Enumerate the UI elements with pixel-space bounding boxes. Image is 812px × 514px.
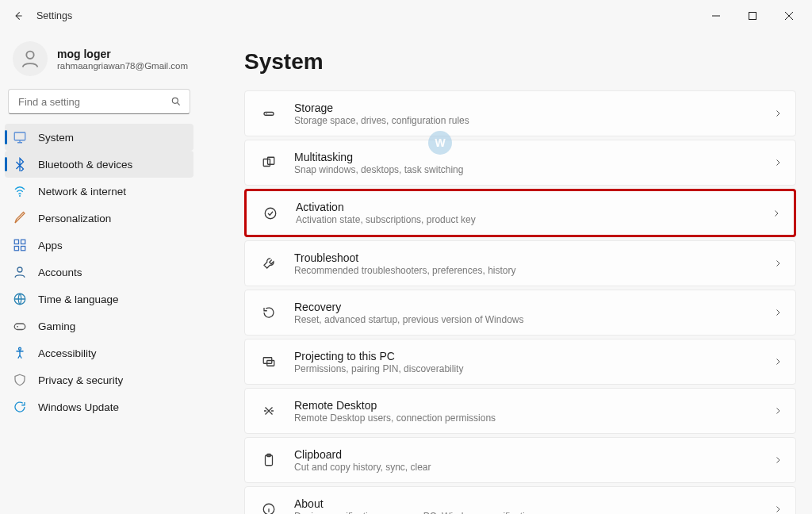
clipboard-icon (258, 453, 280, 467)
window-title: Settings (36, 10, 72, 21)
wifi-icon (13, 184, 27, 198)
svg-rect-6 (14, 240, 18, 244)
card-title: Activation (296, 201, 772, 213)
sidebar-item-privacy-security[interactable]: Privacy & security (5, 366, 193, 393)
sidebar-item-accounts[interactable]: Accounts (5, 259, 193, 286)
sidebar-item-bluetooth-devices[interactable]: Bluetooth & devices (5, 151, 193, 178)
sidebar-item-network-internet[interactable]: Network & internet (5, 178, 193, 205)
card-title: Remote Desktop (294, 399, 773, 412)
sidebar-item-label: Bluetooth & devices (38, 159, 132, 171)
svg-rect-16 (263, 159, 270, 167)
svg-rect-1 (749, 13, 756, 20)
card-title: Multitasking (294, 151, 773, 163)
sidebar-item-label: System (38, 132, 74, 144)
chevron-right-icon (773, 357, 783, 366)
watermark-badge: W (428, 131, 452, 155)
accessibility-icon (13, 346, 27, 360)
nav-list: System Bluetooth & devices Network & int… (3, 124, 195, 420)
chevron-right-icon (773, 406, 783, 416)
back-icon[interactable] (13, 10, 24, 21)
close-button[interactable] (771, 3, 807, 29)
card-subtitle: Activation state, subscriptions, product… (296, 214, 772, 225)
card-title: Troubleshoot (294, 251, 773, 264)
card-subtitle: Storage space, drives, configuration rul… (294, 115, 773, 126)
sidebar-item-label: Accessibility (38, 347, 97, 359)
card-subtitle: Snap windows, desktops, task switching (294, 164, 773, 175)
chevron-right-icon (772, 209, 781, 218)
sidebar-item-apps[interactable]: Apps (5, 232, 193, 259)
svg-rect-14 (264, 113, 274, 116)
avatar (13, 41, 48, 76)
sidebar-item-gaming[interactable]: Gaming (5, 313, 193, 339)
sidebar-item-system[interactable]: System (5, 124, 193, 151)
update-icon (13, 400, 27, 414)
card-title: Recovery (294, 301, 773, 313)
card-subtitle: Recommended troubleshooters, preferences… (294, 265, 773, 276)
profile-block[interactable]: mog loger rahmaangriawan78@Gmail.com (3, 36, 195, 87)
svg-rect-12 (14, 324, 25, 330)
card-title: Projecting to this PC (294, 350, 773, 362)
sidebar-item-time-language[interactable]: Time & language (5, 286, 193, 313)
sidebar-item-accessibility[interactable]: Accessibility (5, 339, 193, 366)
svg-point-3 (172, 98, 178, 103)
person-icon (13, 265, 27, 279)
recovery-icon (258, 305, 280, 320)
sidebar-item-label: Privacy & security (38, 374, 123, 386)
sidebar-item-label: Time & language (38, 293, 119, 305)
setting-card-about[interactable]: About Device specifications, rename PC, … (244, 486, 796, 514)
setting-card-projecting-to-this-pc[interactable]: Projecting to this PC Permissions, pairi… (244, 339, 796, 385)
svg-point-5 (19, 195, 21, 197)
sidebar-item-label: Accounts (38, 267, 82, 278)
info-icon (258, 502, 280, 514)
svg-rect-17 (268, 157, 274, 164)
window-controls (698, 3, 807, 29)
storage-icon (258, 106, 280, 121)
bluetooth-icon (13, 157, 27, 171)
setting-card-storage[interactable]: Storage Storage space, drives, configura… (244, 90, 796, 136)
chevron-right-icon (773, 504, 783, 514)
sidebar-item-label: Personalization (38, 213, 111, 224)
page-title: System (244, 49, 796, 75)
setting-card-multitasking[interactable]: Multitasking Snap windows, desktops, tas… (244, 140, 796, 186)
chevron-right-icon (773, 158, 783, 167)
sidebar-item-personalization[interactable]: Personalization (5, 205, 193, 232)
sidebar-item-windows-update[interactable]: Windows Update (5, 393, 193, 420)
titlebar: Settings (0, 0, 812, 32)
card-subtitle: Cut and copy history, sync, clear (294, 462, 773, 473)
content-area: System Storage Storage space, drives, co… (198, 32, 812, 514)
gaming-icon (13, 319, 27, 333)
remote-icon (258, 404, 280, 418)
minimize-button[interactable] (698, 3, 734, 29)
chevron-right-icon (773, 109, 783, 118)
sidebar-item-label: Apps (38, 240, 63, 251)
card-subtitle: Reset, advanced startup, previous versio… (294, 314, 773, 325)
check-circle-icon (259, 206, 282, 221)
sidebar: mog loger rahmaangriawan78@Gmail.com Sys… (0, 32, 198, 514)
search-box[interactable] (8, 89, 190, 114)
svg-point-13 (19, 347, 21, 350)
globe-icon (13, 292, 27, 306)
card-list: Storage Storage space, drives, configura… (244, 90, 796, 514)
card-subtitle: Remote Desktop users, connection permiss… (294, 412, 773, 424)
chevron-right-icon (773, 259, 783, 268)
svg-rect-7 (21, 240, 25, 244)
setting-card-recovery[interactable]: Recovery Reset, advanced startup, previo… (244, 290, 796, 336)
system-icon (13, 130, 27, 144)
svg-point-2 (26, 52, 33, 59)
svg-point-10 (17, 267, 22, 272)
project-icon (258, 355, 280, 369)
setting-card-remote-desktop[interactable]: Remote Desktop Remote Desktop users, con… (244, 388, 796, 434)
setting-card-activation[interactable]: Activation Activation state, subscriptio… (244, 189, 796, 237)
search-icon (170, 96, 182, 107)
card-title: Storage (294, 102, 773, 114)
multitask-icon (258, 155, 280, 170)
sidebar-item-label: Gaming (38, 320, 75, 332)
svg-rect-8 (14, 247, 18, 251)
maximize-button[interactable] (734, 3, 771, 29)
setting-card-clipboard[interactable]: Clipboard Cut and copy history, sync, cl… (244, 437, 796, 483)
search-input[interactable] (17, 95, 170, 109)
setting-card-troubleshoot[interactable]: Troubleshoot Recommended troubleshooters… (244, 240, 796, 286)
card-title: Clipboard (294, 448, 773, 461)
chevron-right-icon (773, 455, 783, 465)
card-subtitle: Permissions, pairing PIN, discoverabilit… (294, 363, 773, 374)
